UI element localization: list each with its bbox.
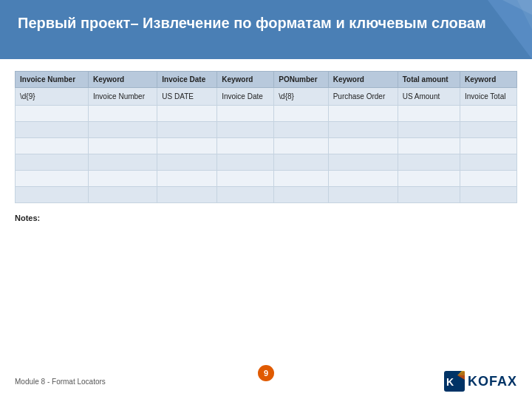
col-header-keyword3: Keyword: [328, 72, 398, 88]
col-header-invoice_date: Invoice Date: [157, 72, 217, 88]
col-header-total_amount: Total amount: [398, 72, 460, 88]
col-header-keyword2: Keyword: [217, 72, 274, 88]
col-header-keyword1: Keyword: [88, 72, 157, 88]
cell-keyword2: [217, 187, 274, 203]
cell-invoice_number: [16, 171, 89, 187]
main-content: Invoice NumberKeywordInvoice DateKeyword…: [0, 59, 532, 230]
cell-keyword4: Invoice Total: [460, 88, 517, 106]
table-row: [16, 171, 517, 187]
cell-po_number: \d{8}: [274, 88, 328, 106]
svg-marker-1: [517, 0, 532, 30]
cell-total_amount: [398, 187, 460, 203]
cell-keyword1: [88, 138, 157, 154]
kofax-logo-icon: K: [443, 369, 466, 393]
cell-keyword1: [88, 171, 157, 187]
cell-keyword4: [460, 187, 517, 203]
cell-invoice_number: \d{9}: [16, 88, 89, 106]
cell-invoice_date: [157, 154, 217, 171]
cell-po_number: [274, 154, 328, 171]
cell-keyword3: [328, 122, 398, 138]
cell-invoice_date: [157, 106, 217, 122]
cell-po_number: [274, 106, 328, 122]
cell-po_number: [274, 187, 328, 203]
kofax-text: KOFAX: [468, 374, 517, 389]
cell-invoice_number: [16, 187, 89, 203]
cell-keyword1: [88, 106, 157, 122]
col-header-invoice_number: Invoice Number: [16, 72, 89, 88]
cell-keyword1: [88, 122, 157, 138]
cell-keyword3: [328, 138, 398, 154]
page-number-bubble: 9: [258, 365, 274, 381]
cell-keyword2: [217, 171, 274, 187]
diamond-decoration: [473, 0, 532, 59]
cell-invoice_number: [16, 138, 89, 154]
cell-keyword2: [217, 138, 274, 154]
col-header-keyword4: Keyword: [460, 72, 517, 88]
table-body: \d{9}Invoice NumberUS DATEInvoice Date\d…: [16, 88, 517, 203]
table-row: \d{9}Invoice NumberUS DATEInvoice Date\d…: [16, 88, 517, 106]
cell-keyword2: [217, 154, 274, 171]
cell-invoice_date: [157, 171, 217, 187]
cell-keyword3: Purchase Order: [328, 88, 398, 106]
table-row: [16, 154, 517, 171]
cell-keyword2: [217, 122, 274, 138]
table-row: [16, 138, 517, 154]
cell-invoice_date: US DATE: [157, 88, 217, 106]
cell-invoice_date: [157, 122, 217, 138]
cell-keyword2: [217, 106, 274, 122]
cell-total_amount: [398, 106, 460, 122]
notes-section: Notes:: [15, 214, 517, 222]
page-number: 9: [264, 369, 268, 378]
table-row: [16, 122, 517, 138]
cell-invoice_date: [157, 187, 217, 203]
svg-marker-0: [502, 0, 532, 15]
cell-po_number: [274, 138, 328, 154]
header-banner: Первый проект– Извлечение по форматам и …: [0, 0, 532, 59]
cell-keyword3: [328, 154, 398, 171]
cell-total_amount: [398, 138, 460, 154]
table-row: [16, 187, 517, 203]
cell-total_amount: [398, 154, 460, 171]
notes-label: Notes:: [15, 214, 40, 222]
cell-keyword1: [88, 154, 157, 171]
col-header-po_number: PONumber: [274, 72, 328, 88]
kofax-logo: K KOFAX: [443, 369, 517, 393]
cell-keyword3: [328, 106, 398, 122]
data-table: Invoice NumberKeywordInvoice DateKeyword…: [15, 71, 517, 203]
cell-total_amount: [398, 122, 460, 138]
cell-invoice_number: [16, 122, 89, 138]
cell-keyword4: [460, 154, 517, 171]
table-header-row: Invoice NumberKeywordInvoice DateKeyword…: [16, 72, 517, 88]
cell-total_amount: US Amount: [398, 88, 460, 106]
cell-keyword4: [460, 106, 517, 122]
table-row: [16, 106, 517, 122]
cell-keyword4: [460, 171, 517, 187]
cell-invoice_date: [157, 138, 217, 154]
cell-keyword2: Invoice Date: [217, 88, 274, 106]
cell-invoice_number: [16, 106, 89, 122]
svg-text:K: K: [446, 376, 454, 388]
cell-invoice_number: [16, 154, 89, 171]
cell-keyword4: [460, 138, 517, 154]
cell-keyword1: Invoice Number: [88, 88, 157, 106]
cell-keyword1: [88, 187, 157, 203]
cell-keyword3: [328, 187, 398, 203]
cell-po_number: [274, 171, 328, 187]
cell-keyword3: [328, 171, 398, 187]
cell-total_amount: [398, 171, 460, 187]
page-title: Первый проект– Извлечение по форматам и …: [18, 13, 514, 33]
cell-keyword4: [460, 122, 517, 138]
cell-po_number: [274, 122, 328, 138]
module-label: Module 8 - Format Locators: [15, 378, 106, 386]
